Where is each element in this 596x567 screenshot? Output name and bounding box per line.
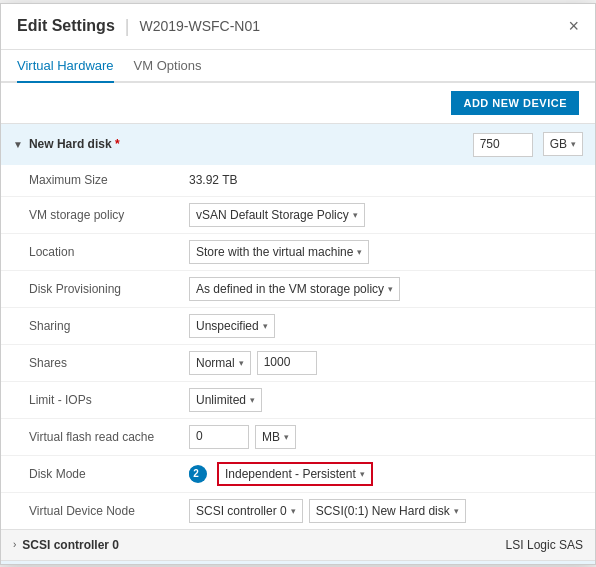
sharing-select[interactable]: Unspecified ▾ xyxy=(189,314,275,338)
tab-vm-options[interactable]: VM Options xyxy=(134,50,202,83)
virtual-flash-value: 0 MB ▾ xyxy=(189,425,583,449)
location-row: Location Store with the virtual machine … xyxy=(1,234,595,271)
shares-row: Shares Normal ▾ 1000 xyxy=(1,345,595,382)
virtual-flash-unit-select[interactable]: MB ▾ xyxy=(255,425,296,449)
badge-2: 2 xyxy=(189,465,207,483)
dialog-header: Edit Settings | W2019-WSFC-N01 × xyxy=(1,4,595,50)
disk-provisioning-row: Disk Provisioning As defined in the VM s… xyxy=(1,271,595,308)
chevron-down-icon: ▾ xyxy=(291,506,296,516)
new-hard-disk-header[interactable]: ▼ New Hard disk * 750 GB ▾ xyxy=(1,124,595,165)
edit-settings-dialog: Edit Settings | W2019-WSFC-N01 × Virtual… xyxy=(0,3,596,565)
dialog-subtitle: W2019-WSFC-N01 xyxy=(139,18,260,34)
chevron-down-icon: ▾ xyxy=(239,358,244,368)
max-size-label: Maximum Size xyxy=(29,173,189,187)
settings-content: ▼ New Hard disk * 750 GB ▾ Maximum Size … xyxy=(1,124,595,564)
dialog-separator: | xyxy=(125,16,130,37)
disk-mode-row: Disk Mode 2 Independent - Persistent ▾ xyxy=(1,456,595,493)
storage-policy-value: vSAN Default Storage Policy ▾ xyxy=(189,203,583,227)
virtual-device-node-value: SCSI controller 0 ▾ SCSI(0:1) New Hard d… xyxy=(189,499,583,523)
new-hard-disk-section: ▼ New Hard disk * 750 GB ▾ Maximum Size … xyxy=(1,124,595,530)
vdn-select2[interactable]: SCSI(0:1) New Hard disk ▾ xyxy=(309,499,466,523)
shares-value: Normal ▾ 1000 xyxy=(189,351,583,375)
max-size-value: 33.92 TB xyxy=(189,173,583,187)
limit-iops-select[interactable]: Unlimited ▾ xyxy=(189,388,262,412)
sharing-row: Sharing Unspecified ▾ xyxy=(1,308,595,345)
new-scsi-controller-section: ▼ New SCSI controller * VMware Paravirtu… xyxy=(1,561,595,564)
tab-bar: Virtual Hardware VM Options xyxy=(1,50,595,83)
shares-input[interactable]: 1000 xyxy=(257,351,317,375)
disk-mode-label: Disk Mode xyxy=(29,467,189,481)
storage-policy-label: VM storage policy xyxy=(29,208,189,222)
virtual-device-node-row: Virtual Device Node SCSI controller 0 ▾ … xyxy=(1,493,595,529)
disk-provisioning-value: As defined in the VM storage policy ▾ xyxy=(189,277,583,301)
sharing-value: Unspecified ▾ xyxy=(189,314,583,338)
sharing-label: Sharing xyxy=(29,319,189,333)
add-new-device-button[interactable]: ADD NEW DEVICE xyxy=(451,91,579,115)
max-size-row: Maximum Size 33.92 TB xyxy=(1,165,595,197)
location-select[interactable]: Store with the virtual machine ▾ xyxy=(189,240,369,264)
scsi-controller-value: LSI Logic SAS xyxy=(506,538,583,552)
hard-disk-title: New Hard disk * xyxy=(29,137,120,151)
scsi-controller-toggle-icon: › xyxy=(13,539,16,550)
location-label: Location xyxy=(29,245,189,259)
disk-provisioning-label: Disk Provisioning xyxy=(29,282,189,296)
limit-iops-value: Unlimited ▾ xyxy=(189,388,583,412)
scsi-controller-section: › SCSI controller 0 LSI Logic SAS xyxy=(1,530,595,561)
limit-iops-row: Limit - IOPs Unlimited ▾ xyxy=(1,382,595,419)
virtual-flash-input[interactable]: 0 xyxy=(189,425,249,449)
dialog-title: Edit Settings xyxy=(17,17,115,35)
storage-policy-select[interactable]: vSAN Default Storage Policy ▾ xyxy=(189,203,365,227)
scsi-controller-title: SCSI controller 0 xyxy=(22,538,119,552)
hard-disk-unit-select[interactable]: GB ▾ xyxy=(543,132,583,156)
hard-disk-size-input[interactable]: 750 xyxy=(473,133,533,157)
chevron-down-icon: ▾ xyxy=(284,432,289,442)
vdn-select1[interactable]: SCSI controller 0 ▾ xyxy=(189,499,303,523)
chevron-down-icon: ▾ xyxy=(250,395,255,405)
shares-select[interactable]: Normal ▾ xyxy=(189,351,251,375)
disk-mode-select[interactable]: Independent - Persistent ▾ xyxy=(217,462,373,486)
virtual-device-node-label: Virtual Device Node xyxy=(29,504,189,518)
scsi-controller-header[interactable]: › SCSI controller 0 LSI Logic SAS xyxy=(1,530,595,560)
close-button[interactable]: × xyxy=(568,17,579,35)
chevron-down-icon: ▾ xyxy=(263,321,268,331)
chevron-down-icon: ▾ xyxy=(571,139,576,149)
chevron-down-icon: ▾ xyxy=(388,284,393,294)
new-scsi-controller-header[interactable]: ▼ New SCSI controller * VMware Paravirtu… xyxy=(1,561,595,564)
chevron-down-icon: ▾ xyxy=(454,506,459,516)
location-value: Store with the virtual machine ▾ xyxy=(189,240,583,264)
toolbar: ADD NEW DEVICE xyxy=(1,83,595,124)
chevron-down-icon: ▾ xyxy=(357,247,362,257)
chevron-down-icon: ▾ xyxy=(360,469,365,479)
virtual-flash-label: Virtual flash read cache xyxy=(29,430,189,444)
storage-policy-row: VM storage policy vSAN Default Storage P… xyxy=(1,197,595,234)
chevron-down-icon: ▾ xyxy=(353,210,358,220)
hard-disk-value: 750 GB ▾ xyxy=(473,132,583,157)
hard-disk-toggle-icon: ▼ xyxy=(13,139,23,150)
disk-provisioning-select[interactable]: As defined in the VM storage policy ▾ xyxy=(189,277,400,301)
limit-iops-label: Limit - IOPs xyxy=(29,393,189,407)
tab-virtual-hardware[interactable]: Virtual Hardware xyxy=(17,50,114,83)
virtual-flash-row: Virtual flash read cache 0 MB ▾ xyxy=(1,419,595,456)
disk-mode-value: 2 Independent - Persistent ▾ xyxy=(189,462,583,486)
shares-label: Shares xyxy=(29,356,189,370)
